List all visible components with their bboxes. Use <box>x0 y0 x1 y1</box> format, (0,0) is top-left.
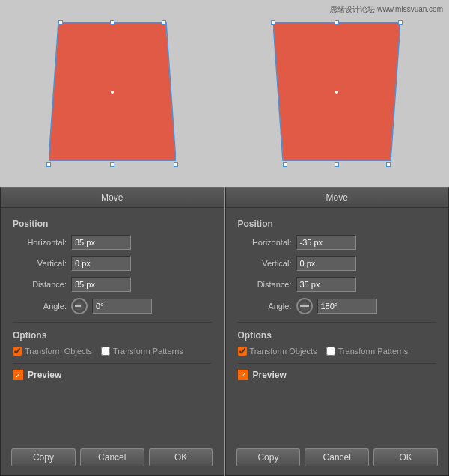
distance-label-right: Distance: <box>238 280 292 289</box>
right-canvas-panel <box>224 0 449 187</box>
options-label-right: Options <box>238 330 437 341</box>
dialog-right-titlebar: Move <box>226 188 449 208</box>
handle-r-tl <box>271 20 275 25</box>
preview-checkbox-left[interactable] <box>13 370 23 380</box>
options-checkbox-row-left: Transform Objects Transform Patterns <box>13 347 212 356</box>
handle-tl <box>58 20 63 25</box>
transform-patterns-item-right: Transform Patterns <box>326 347 409 356</box>
right-shape-wrapper <box>273 22 400 165</box>
horizontal-label-right: Horizontal: <box>238 238 292 247</box>
handle-r-tr <box>398 20 403 25</box>
handle-r-tc <box>335 20 339 25</box>
dialog-left: Move Position Horizontal: Vertical: Dist… <box>0 187 224 476</box>
transform-objects-checkbox-right[interactable] <box>238 347 247 356</box>
copy-button-left[interactable]: Copy <box>11 448 76 466</box>
svg-marker-1 <box>273 22 400 161</box>
ok-button-left[interactable]: OK <box>149 448 213 466</box>
dialog-right: Move Position Horizontal: Vertical: Dist… <box>225 187 450 476</box>
dialog-left-title: Move <box>101 192 123 203</box>
dialogs-area: Move Position Horizontal: Vertical: Dist… <box>0 187 449 476</box>
dialog-left-content: Position Horizontal: Vertical: Distance:… <box>1 208 224 442</box>
vertical-input-right[interactable] <box>296 256 356 271</box>
handle-bc <box>110 162 114 167</box>
angle-row-left: Angle: <box>13 298 212 314</box>
ok-button-right[interactable]: OK <box>373 448 438 466</box>
transform-objects-label-left: Transform Objects <box>25 347 92 356</box>
transform-patterns-label-right: Transform Patterns <box>338 347 409 356</box>
position-section-label-left: Position <box>13 219 212 229</box>
angle-dial-right[interactable] <box>296 298 313 314</box>
angle-dial-left[interactable] <box>71 298 88 314</box>
selection-svg-left <box>49 22 176 161</box>
dialog-right-buttons: Copy Cancel OK <box>226 442 449 475</box>
handle-r-bc <box>335 162 339 167</box>
options-label-left: Options <box>13 330 212 341</box>
handle-tr <box>162 20 166 25</box>
left-shape-wrapper <box>49 22 176 165</box>
preview-row-left: Preview <box>13 363 212 380</box>
transform-objects-item-right: Transform Objects <box>238 347 317 356</box>
distance-row-left: Distance: <box>13 277 212 292</box>
transform-objects-label-right: Transform Objects <box>250 347 317 356</box>
distance-input-left[interactable] <box>71 277 131 292</box>
horizontal-row-left: Horizontal: <box>13 235 212 250</box>
selection-svg-right <box>273 22 400 161</box>
horizontal-input-right[interactable] <box>296 235 356 250</box>
vertical-input-left[interactable] <box>71 256 131 271</box>
distance-row-right: Distance: <box>238 277 437 292</box>
dialog-left-buttons: Copy Cancel OK <box>1 442 224 475</box>
dialog-right-content: Position Horizontal: Vertical: Distance:… <box>226 208 449 442</box>
preview-label-right: Preview <box>253 370 287 380</box>
svg-marker-0 <box>49 22 176 161</box>
canvas-area <box>0 0 449 187</box>
dialog-right-title: Move <box>326 192 348 203</box>
angle-label-left: Angle: <box>13 302 67 311</box>
transform-patterns-item-left: Transform Patterns <box>101 347 183 356</box>
copy-button-right[interactable]: Copy <box>236 448 301 466</box>
preview-label-left: Preview <box>28 370 61 380</box>
options-section-right: Options Transform Objects Transform Patt… <box>238 322 437 356</box>
transform-patterns-checkbox-right[interactable] <box>326 347 335 356</box>
left-canvas-panel <box>0 0 224 187</box>
watermark: 思绪设计论坛 www.missvuan.com <box>330 4 443 15</box>
transform-objects-item-left: Transform Objects <box>13 347 92 356</box>
transform-patterns-label-left: Transform Patterns <box>113 347 183 356</box>
handle-r-br <box>386 162 391 167</box>
dialog-left-titlebar: Move <box>1 188 224 208</box>
transform-objects-checkbox-left[interactable] <box>13 347 22 356</box>
cancel-button-left[interactable]: Cancel <box>80 448 144 466</box>
distance-input-right[interactable] <box>296 277 356 292</box>
vertical-row-left: Vertical: <box>13 256 212 271</box>
transform-patterns-checkbox-left[interactable] <box>101 347 110 356</box>
horizontal-row-right: Horizontal: <box>238 235 437 250</box>
angle-label-right: Angle: <box>238 302 292 311</box>
options-checkbox-row-right: Transform Objects Transform Patterns <box>238 347 437 356</box>
handle-br <box>174 162 178 167</box>
preview-checkbox-right[interactable] <box>238 370 248 380</box>
horizontal-input-left[interactable] <box>71 235 131 250</box>
preview-row-right: Preview <box>238 363 437 380</box>
position-section-label-right: Position <box>238 219 437 229</box>
angle-input-right[interactable] <box>317 299 377 314</box>
vertical-label-left: Vertical: <box>13 259 67 268</box>
angle-row-right: Angle: <box>238 298 437 314</box>
handle-tc <box>110 20 114 25</box>
horizontal-label-left: Horizontal: <box>13 238 67 247</box>
distance-label-left: Distance: <box>13 280 67 289</box>
handle-r-bl <box>283 162 287 167</box>
options-section-left: Options Transform Objects Transform Patt… <box>13 322 212 356</box>
angle-input-left[interactable] <box>92 299 152 314</box>
vertical-label-right: Vertical: <box>238 259 292 268</box>
vertical-row-right: Vertical: <box>238 256 437 271</box>
cancel-button-right[interactable]: Cancel <box>305 448 369 466</box>
handle-bl <box>46 162 51 167</box>
